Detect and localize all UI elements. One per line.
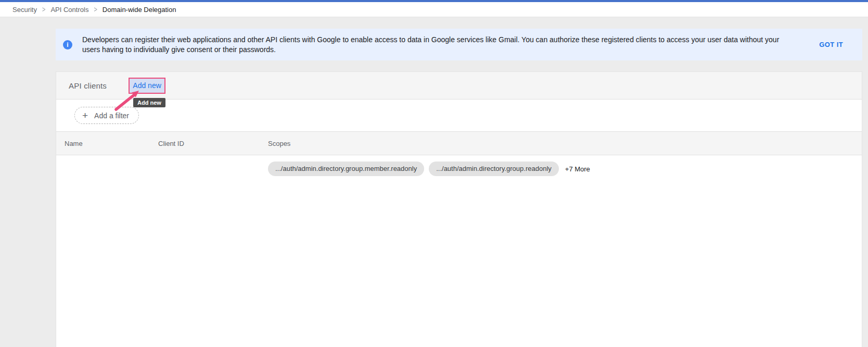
breadcrumb-item-domain-wide-delegation: Domain-wide Delegation — [103, 6, 176, 14]
add-new-tooltip: Add new — [133, 98, 165, 107]
chevron-right-icon: > — [94, 6, 97, 14]
scope-chip: .../auth/admin.directory.group.readonly — [429, 162, 559, 176]
more-scopes-link[interactable]: +7 More — [565, 165, 590, 173]
breadcrumb: Security > API Controls > Domain-wide De… — [0, 2, 868, 17]
table-header: Name Client ID Scopes — [56, 131, 862, 155]
cell-scopes: .../auth/admin.directory.group.member.re… — [268, 162, 862, 176]
info-icon: i — [63, 40, 72, 49]
scope-chip: .../auth/admin.directory.group.member.re… — [268, 162, 424, 176]
info-banner: i Developers can register their web appl… — [56, 29, 862, 60]
panel-title: API clients — [69, 81, 107, 90]
table-row[interactable]: .../auth/admin.directory.group.member.re… — [56, 155, 862, 182]
add-new-wrapper: Add new Add new — [129, 78, 165, 94]
column-header-name: Name — [56, 140, 158, 147]
plus-icon: + — [82, 110, 88, 120]
chevron-right-icon: > — [42, 6, 45, 14]
add-filter-label: Add a filter — [94, 111, 129, 120]
info-banner-text: Developers can register their web applic… — [82, 35, 796, 55]
add-new-button[interactable]: Add new — [129, 78, 165, 94]
column-header-client-id: Client ID — [158, 140, 268, 147]
filter-band: + Add a filter — [56, 100, 862, 131]
column-header-scopes: Scopes — [268, 140, 862, 147]
add-filter-button[interactable]: + Add a filter — [74, 107, 139, 124]
breadcrumb-item-security[interactable]: Security — [12, 6, 37, 14]
api-clients-panel: API clients Add new Add new + Add a filt… — [56, 71, 862, 347]
api-clients-header: API clients Add new Add new — [56, 72, 862, 100]
breadcrumb-item-api-controls[interactable]: API Controls — [50, 6, 88, 14]
got-it-button[interactable]: GOT IT — [818, 39, 844, 51]
